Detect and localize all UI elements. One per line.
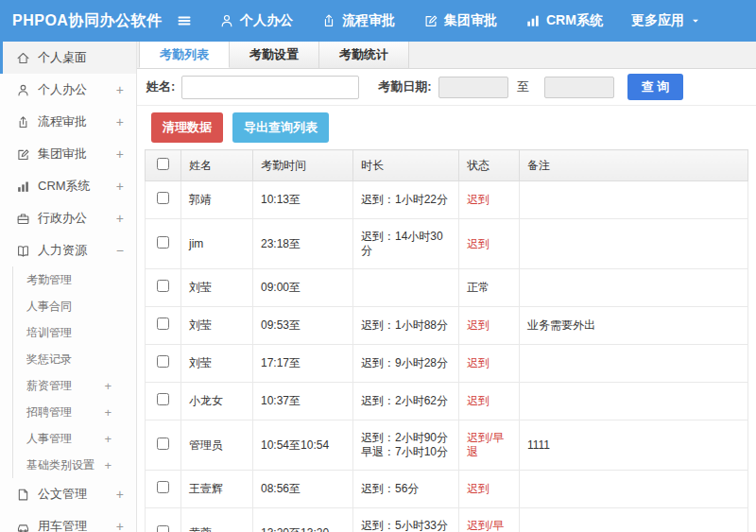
tab-0[interactable]: 考勤列表	[139, 42, 230, 68]
chart-icon	[525, 13, 541, 28]
sidebar-subitem-label: 人事管理	[26, 431, 104, 447]
topnav-item-4[interactable]: 更多应用	[631, 12, 701, 29]
column-header-4: 备注	[520, 150, 748, 181]
expand-toggle-icon[interactable]: +	[116, 82, 124, 97]
expand-toggle-icon[interactable]: +	[104, 405, 112, 420]
expand-toggle-icon[interactable]: +	[104, 458, 112, 472]
attendance-time-cell: 10:37至	[253, 383, 353, 420]
sidebar-item-1[interactable]: 个人办公+	[0, 74, 136, 106]
expand-toggle-icon[interactable]: +	[104, 379, 112, 393]
expand-toggle-icon[interactable]: +	[116, 487, 124, 502]
row-checkbox[interactable]	[157, 355, 169, 368]
sidebar-subitem-6-1[interactable]: 人事合同	[13, 293, 136, 319]
duration-cell: 迟到：1小时22分	[353, 181, 459, 219]
sidebar-subitem-6-2[interactable]: 培训管理	[13, 319, 136, 346]
employee-name-link[interactable]: 刘莹	[181, 345, 253, 383]
expand-toggle-icon[interactable]: −	[116, 243, 124, 258]
status-badge: 迟到/早退	[467, 431, 504, 458]
employee-name-link[interactable]: 黄蓉	[181, 508, 253, 532]
sidebar-subitem-label: 考勤管理	[26, 272, 136, 288]
row-checkbox-cell	[146, 269, 181, 307]
status-badge: 迟到	[467, 356, 490, 369]
sidebar-subitem-6-3[interactable]: 奖惩记录	[13, 346, 136, 372]
employee-name-link[interactable]: 小龙女	[181, 383, 253, 420]
tab-1[interactable]: 考勤设置	[230, 42, 319, 68]
sidebar-item-8[interactable]: 用车管理+	[0, 510, 136, 532]
attendance-time-cell: 10:13至	[253, 181, 353, 219]
employee-name-link[interactable]: 管理员	[181, 420, 253, 471]
sidebar-item-6[interactable]: 人力资源−	[0, 234, 136, 266]
expand-toggle-icon[interactable]: +	[116, 211, 124, 226]
column-header-2: 时长	[353, 150, 459, 181]
sidebar-item-5[interactable]: 行政办公+	[0, 202, 136, 234]
sidebar-item-2[interactable]: 流程审批+	[0, 106, 136, 138]
date-to-label: 至	[517, 78, 529, 95]
export-list-button[interactable]: 导出查询列表	[232, 112, 329, 143]
table-row: 黄蓉13:20至13:20迟到：5小时33分早退：4小时67分迟到/早退	[146, 508, 748, 532]
note-cell	[520, 219, 748, 269]
duration-line: 迟到：56分	[361, 482, 451, 496]
expand-toggle-icon[interactable]: +	[116, 114, 124, 129]
status-badge: 迟到	[467, 193, 490, 206]
select-all-checkbox[interactable]	[157, 158, 169, 170]
topnav-item-1[interactable]: 流程审批	[321, 12, 395, 29]
row-checkbox[interactable]	[157, 280, 169, 292]
attendance-time-cell: 09:53至	[253, 307, 353, 345]
employee-name-link[interactable]: 刘莹	[181, 307, 253, 345]
employee-name-link[interactable]: 郭靖	[181, 181, 253, 219]
sidebar-item-label: 流程审批	[38, 113, 116, 130]
employee-name-link[interactable]: 刘莹	[181, 269, 253, 307]
clear-data-button[interactable]: 清理数据	[151, 112, 223, 143]
expand-toggle-icon[interactable]: +	[116, 519, 124, 532]
duration-cell: 迟到：2小时62分	[353, 383, 459, 420]
home-icon	[16, 51, 30, 65]
sidebar: 个人桌面个人办公+流程审批+集团审批+CRM系统+行政办公+人力资源−考勤管理人…	[0, 42, 137, 532]
row-checkbox[interactable]	[157, 438, 169, 450]
sidebar-subitem-6-5[interactable]: 招聘管理+	[13, 399, 136, 425]
date-from-input[interactable]	[438, 77, 508, 98]
sidebar-subitem-label: 招聘管理	[26, 404, 104, 420]
hamburger-menu-button[interactable]	[176, 12, 195, 29]
attendance-time-cell: 13:20至13:20	[253, 508, 353, 532]
status-cell: 迟到	[459, 219, 520, 269]
sidebar-item-3[interactable]: 集团审批+	[0, 138, 136, 170]
table-row: 管理员10:54至10:54迟到：2小时90分早退：7小时10分迟到/早退111…	[146, 420, 748, 471]
sidebar-subitem-label: 培训管理	[26, 325, 136, 341]
sidebar-subitem-6-7[interactable]: 基础类别设置+	[13, 452, 136, 478]
sidebar-subitem-6-4[interactable]: 薪资管理+	[13, 372, 136, 399]
date-to-input[interactable]	[544, 77, 614, 98]
row-checkbox[interactable]	[157, 525, 169, 532]
row-checkbox[interactable]	[157, 393, 169, 405]
query-button[interactable]: 查 询	[627, 74, 684, 100]
table-row: 郭靖10:13至迟到：1小时22分迟到	[146, 181, 748, 219]
row-checkbox[interactable]	[157, 236, 169, 249]
expand-toggle-icon[interactable]: +	[104, 432, 112, 446]
sidebar-item-7[interactable]: 公文管理+	[0, 478, 136, 510]
briefcase-icon	[16, 212, 30, 226]
duration-line: 迟到：9小时28分	[361, 356, 451, 370]
sidebar-subitem-6-0[interactable]: 考勤管理	[13, 266, 136, 293]
tab-2[interactable]: 考勤统计	[319, 42, 409, 68]
row-checkbox[interactable]	[157, 192, 169, 204]
sidebar-item-4[interactable]: CRM系统+	[0, 170, 136, 202]
row-checkbox[interactable]	[157, 481, 169, 493]
row-checkbox[interactable]	[157, 317, 169, 330]
employee-name-link[interactable]: jim	[181, 219, 253, 269]
sidebar-subitem-label: 奖惩记录	[26, 352, 136, 368]
topnav-item-0[interactable]: 个人办公	[219, 12, 293, 29]
name-input[interactable]	[181, 76, 359, 99]
employee-name-link[interactable]: 王壹辉	[181, 471, 253, 508]
expand-toggle-icon[interactable]: +	[116, 179, 124, 194]
sidebar-subitem-6-6[interactable]: 人事管理+	[13, 425, 136, 452]
sidebar-subitem-label: 薪资管理	[26, 378, 104, 394]
expand-toggle-icon[interactable]: +	[116, 146, 124, 162]
row-checkbox-cell	[146, 307, 181, 345]
row-checkbox-cell	[146, 420, 181, 471]
table-row: 刘莹09:00至正常	[146, 269, 748, 307]
topnav-item-2[interactable]: 集团审批	[423, 12, 497, 29]
sidebar-item-0[interactable]: 个人桌面	[0, 42, 136, 74]
topnav-item-3[interactable]: CRM系统	[525, 12, 603, 29]
sidebar-subitem-label: 基础类别设置	[26, 457, 104, 473]
select-all-cell	[146, 150, 181, 181]
status-cell: 迟到/早退	[459, 420, 520, 471]
